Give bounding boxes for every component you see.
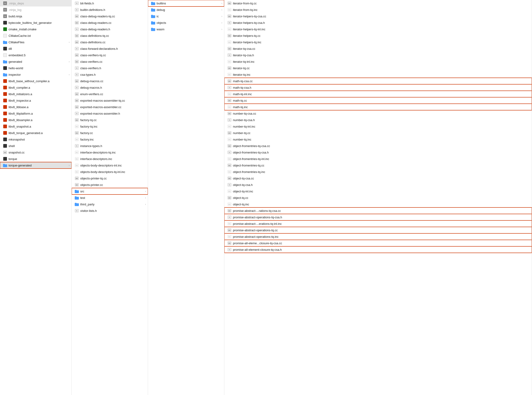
list-item[interactable]: incinterface-descriptors-tq.inc xyxy=(72,149,148,156)
list-item[interactable]: hclass-verifiers.h xyxy=(72,65,148,71)
list-item[interactable]: ccobject-fromentries-tq-csa.cc xyxy=(224,143,532,149)
list-item[interactable]: cciterator-tq.cc xyxy=(224,65,532,71)
list-item[interactable]: incnumber-tq.inc xyxy=(224,136,532,143)
list-item[interactable]: hiterator-helpers-tq-csa.h xyxy=(224,19,532,26)
list-item[interactable]: hobject-fromentries-tq-csa.h xyxy=(224,149,532,156)
list-item[interactable]: shell xyxy=(0,143,71,149)
list-item[interactable]: libv8_libplatform.a xyxy=(0,110,71,117)
panel-2[interactable]: hbit-fields.hhbuiltin-definitions.hcccla… xyxy=(72,0,148,395)
list-item[interactable]: inciterator-helpers-tq.inc xyxy=(224,39,532,45)
list-item[interactable]: incmath-tq.inc xyxy=(224,104,532,110)
list-item[interactable]: d8 xyxy=(0,45,71,52)
list-item[interactable]: incobject-tq-inl.inc xyxy=(224,188,532,194)
list-item[interactable]: Nbuild.ninja xyxy=(0,13,71,19)
list-item[interactable]: hello-world xyxy=(0,65,71,71)
list-item[interactable]: builtins› xyxy=(148,0,224,6)
list-item[interactable]: hiterator-tq-csa.h xyxy=(224,52,532,58)
list-item[interactable]: ccfactory-tq.cc xyxy=(72,117,148,123)
list-item[interactable]: ccobject-fromentries-tq.cc xyxy=(224,162,532,169)
list-item[interactable]: hobject-tq-csa.h xyxy=(224,181,532,188)
list-item[interactable]: ccclass-debug-readers.cc xyxy=(72,19,148,26)
list-item[interactable]: ccclass-definitions-tq.cc xyxy=(72,33,148,39)
list-item[interactable]: ccdebug-macros.cc xyxy=(72,78,148,84)
list-item[interactable]: incpromise-abstract-...erations-tq-inl.i… xyxy=(224,220,532,227)
list-item[interactable]: debug› xyxy=(148,6,224,13)
list-item[interactable]: ccfactory.cc xyxy=(72,130,148,136)
list-item[interactable]: libv8_libbase.a xyxy=(0,104,71,110)
list-item[interactable]: ccnumber-tq.cc xyxy=(224,130,532,136)
list-item[interactable]: CMakeCache.txt xyxy=(0,33,71,39)
list-item[interactable]: cciterator-helpers-tq.cc xyxy=(224,33,532,39)
list-item[interactable]: ic› xyxy=(148,13,224,19)
list-item[interactable]: hpromise-all-element-closure-tq-csa.h xyxy=(224,246,532,253)
list-item[interactable]: cciterator-helpers-tq-csa.cc xyxy=(224,13,532,19)
list-item[interactable]: hbit-fields.h xyxy=(72,0,148,6)
list-item[interactable]: incobject-fromentries-tq-inl.inc xyxy=(224,156,532,162)
list-item[interactable]: ccobjects-printer-tq.cc xyxy=(72,175,148,181)
list-item[interactable]: N.ninja_log xyxy=(0,6,71,13)
list-item[interactable]: libv8_initializers.a xyxy=(0,91,71,97)
list-item[interactable]: ccnumber-tq-csa.cc xyxy=(224,110,532,117)
list-item[interactable]: CMakeFiles› xyxy=(0,39,71,45)
panel-3[interactable]: builtins› debug› ic› objects› wasm› xyxy=(148,0,224,395)
list-item[interactable]: hmath-tq-csa.h xyxy=(224,84,532,91)
list-item[interactable]: hinstance-types.h xyxy=(72,143,148,149)
list-item[interactable]: inciterator-from-tq.inc xyxy=(224,6,532,13)
list-item[interactable]: N.ninja_deps xyxy=(0,0,71,6)
list-item[interactable]: libv8_libsampler.a xyxy=(0,117,71,123)
list-item[interactable]: hvisitor-lists.h xyxy=(72,208,148,214)
list-item[interactable]: embedded.S xyxy=(0,52,71,58)
list-item[interactable]: ccclass-verifiers-tq.cc xyxy=(72,52,148,58)
list-item[interactable]: libv8_torque_generated.a xyxy=(0,130,71,136)
panel-4[interactable]: cciterator-from-tq.ccinciterator-from-tq… xyxy=(224,0,532,395)
list-item[interactable]: generated› xyxy=(0,58,71,65)
list-item[interactable]: ccexported-macros-assembler.cc xyxy=(72,104,148,110)
list-item[interactable]: hclass-debug-readers.h xyxy=(72,26,148,33)
list-item[interactable]: ccobjects-printer.cc xyxy=(72,181,148,188)
list-item[interactable]: cciterator-tq-csa.cc xyxy=(224,45,532,52)
list-item[interactable]: inciterator-tq.inc xyxy=(224,71,532,78)
list-item[interactable]: hclass-forward-declarations.h xyxy=(72,45,148,52)
list-item[interactable]: ccobject-tq-csa.cc xyxy=(224,175,532,181)
list-item[interactable]: ccmath-tq-csa.cc xyxy=(224,78,532,84)
list-item[interactable]: libv8_snapshot.a xyxy=(0,123,71,130)
list-item[interactable]: third_party› xyxy=(72,201,148,208)
list-item[interactable]: incobject-fromentries-tq.inc xyxy=(224,169,532,175)
list-item[interactable]: torque xyxy=(0,156,71,162)
list-item[interactable]: ccexported-macros-assembler-tq.cc xyxy=(72,97,148,104)
list-item[interactable]: libv8_base_without_compiler.a xyxy=(0,78,71,84)
list-item[interactable]: incpromise-abstract-operations-tq.inc xyxy=(224,233,532,240)
list-item[interactable]: cciterator-from-tq.cc xyxy=(224,0,532,6)
list-item[interactable]: ccenum-verifiers.cc xyxy=(72,91,148,97)
list-item[interactable]: bytecode_builtins_list_generator xyxy=(0,19,71,26)
list-item[interactable]: incfactory-tq.inc xyxy=(72,123,148,130)
list-item[interactable]: ccpromise-all-eleme...closure-tq-csa.cc xyxy=(224,240,532,246)
list-item[interactable]: incfactory.inc xyxy=(72,136,148,143)
list-item[interactable]: test› xyxy=(72,194,148,201)
list-item[interactable]: wasm› xyxy=(148,26,224,33)
list-item[interactable]: hpromise-abstract-operations-tq-csa.h xyxy=(224,214,532,220)
list-item[interactable]: ccpromise-abstract-...rations-tq-csa.cc xyxy=(224,208,532,214)
list-item[interactable]: libv8_inspector.a xyxy=(0,97,71,104)
list-item[interactable]: cmake_install.cmake xyxy=(0,26,71,33)
list-item[interactable]: incmath-tq-inl.inc xyxy=(224,91,532,97)
list-item[interactable]: ccpromise-abstract-operations-tq.cc xyxy=(224,227,532,233)
list-item[interactable]: hexported-macros-assembler.h xyxy=(72,110,148,117)
list-item[interactable]: ccclass-definitions.cc xyxy=(72,39,148,45)
list-item[interactable]: src› xyxy=(72,188,148,194)
list-item[interactable]: incobjects-body-descriptors-tq-inl.inc xyxy=(72,169,148,175)
list-item[interactable]: ccobject-tq.cc xyxy=(224,194,532,201)
list-item[interactable]: inspector› xyxy=(0,71,71,78)
panel-1[interactable]: N.ninja_depsN.ninja_logNbuild.ninjabytec… xyxy=(0,0,72,395)
list-item[interactable]: objects› xyxy=(148,19,224,26)
list-item[interactable]: inciterator-tq-inl.inc xyxy=(224,58,532,65)
list-item[interactable]: incobject-tq.inc xyxy=(224,201,532,208)
list-item[interactable]: hcsa-types.h xyxy=(72,71,148,78)
list-item[interactable]: hbuiltin-definitions.h xyxy=(72,6,148,13)
list-item[interactable]: hdebug-macros.h xyxy=(72,84,148,91)
list-item[interactable]: ccmath-tq.cc xyxy=(224,97,532,104)
list-item[interactable]: ccclass-debug-readers-tq.cc xyxy=(72,13,148,19)
list-item[interactable]: incinterface-descriptors.inc xyxy=(72,156,148,162)
list-item[interactable]: incobjects-body-descriptors-inl.inc xyxy=(72,162,148,169)
list-item[interactable]: ccclass-verifiers.cc xyxy=(72,58,148,65)
